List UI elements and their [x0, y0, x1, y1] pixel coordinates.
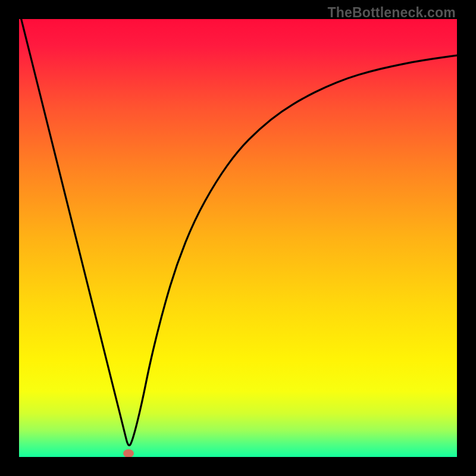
optimum-marker: [123, 449, 134, 457]
plot-area: [19, 19, 457, 457]
bottleneck-curve: [19, 19, 457, 457]
watermark-text: TheBottleneck.com: [327, 5, 456, 21]
chart-container: TheBottleneck.com: [0, 0, 476, 476]
